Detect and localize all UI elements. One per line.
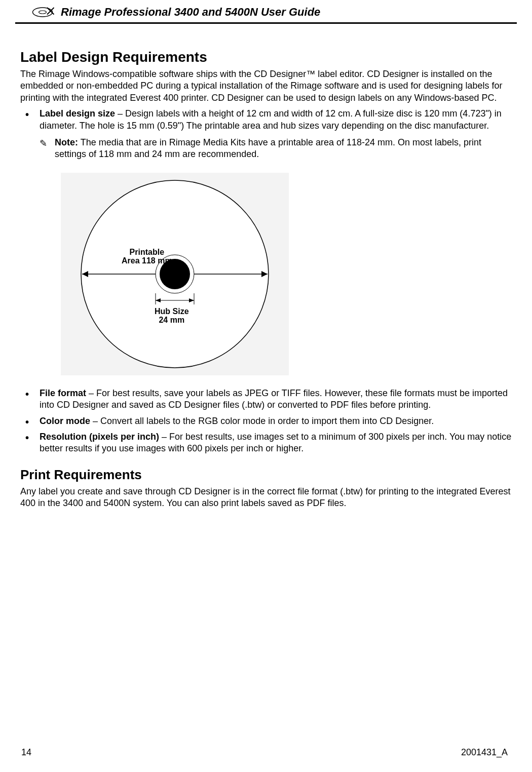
bullet-label: Label design size bbox=[40, 108, 115, 119]
note-text: The media that are in Rimage Media Kits … bbox=[55, 137, 481, 159]
hub-size-label: Hub Size 24 mm bbox=[155, 307, 189, 325]
rimage-logo-icon bbox=[30, 5, 55, 19]
page-header: Rimage Professional 3400 and 5400N User … bbox=[15, 0, 517, 24]
document-number: 2001431_A bbox=[461, 747, 508, 758]
disc-diagram: Printable Area 118 mm Hub Size 24 mm bbox=[61, 173, 289, 375]
print-requirements-paragraph: Any label you create and save through CD… bbox=[20, 486, 512, 510]
bullet-label: Color mode bbox=[40, 416, 90, 426]
bullet-color-mode: Color mode – Convert all labels to the R… bbox=[20, 415, 512, 427]
section-heading-label-design: Label Design Requirements bbox=[20, 49, 512, 65]
bullet-label: Resolution (pixels per inch) bbox=[40, 432, 159, 442]
bullet-label-design-size: Label design size – Design labels with a… bbox=[20, 108, 512, 132]
printable-area-label: Printable Area 118 mm bbox=[122, 248, 172, 265]
bullet-text: – For best results, save your labels as … bbox=[40, 388, 508, 410]
note-label: Note: bbox=[55, 137, 78, 147]
note-block: ✎ Note: The media that are in Rimage Med… bbox=[20, 137, 512, 161]
section-heading-print-requirements: Print Requirements bbox=[20, 467, 512, 483]
disc-diagram-svg bbox=[61, 173, 289, 375]
bullet-file-format: File format – For best results, save you… bbox=[20, 388, 512, 411]
header-title: Rimage Professional 3400 and 5400N User … bbox=[61, 6, 320, 19]
svg-point-1 bbox=[39, 11, 47, 14]
page-content: Label Design Requirements The Rimage Win… bbox=[0, 24, 532, 509]
bullet-text: – Convert all labels to the RGB color mo… bbox=[90, 416, 434, 426]
page-number: 14 bbox=[21, 747, 31, 758]
page-footer: 14 2001431_A bbox=[0, 747, 532, 758]
bullet-label: File format bbox=[40, 388, 86, 398]
bullet-resolution: Resolution (pixels per inch) – For best … bbox=[20, 431, 512, 455]
intro-paragraph: The Rimage Windows-compatible software s… bbox=[20, 68, 512, 104]
note-icon: ✎ bbox=[40, 138, 47, 149]
